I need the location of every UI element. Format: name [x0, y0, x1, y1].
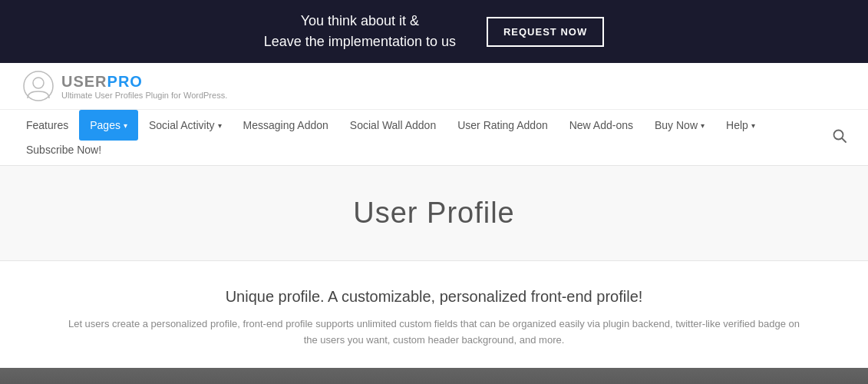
svg-line-3 — [842, 138, 846, 142]
nav-top-row: Features Pages ▾ Social Activity ▾ Messa… — [15, 110, 766, 141]
search-button[interactable] — [827, 123, 853, 152]
nav-item-pages[interactable]: Pages ▾ — [79, 110, 138, 141]
chevron-down-icon: ▾ — [751, 121, 755, 130]
content-description: Let users create a personalized profile,… — [61, 316, 807, 349]
profile-preview: admin ✔ — [0, 368, 868, 384]
nav-item-social-activity[interactable]: Social Activity ▾ — [138, 110, 233, 141]
hero-title: User Profile — [15, 197, 853, 230]
logo-tagline: Ultimate User Profiles Plugin for WordPr… — [61, 91, 227, 100]
nav-item-help[interactable]: Help ▾ — [715, 110, 766, 141]
logo-icon — [23, 71, 54, 101]
svg-point-1 — [33, 78, 44, 88]
logo-area: USERPRO Ultimate User Profiles Plugin fo… — [23, 71, 227, 101]
nav-item-features[interactable]: Features — [15, 110, 79, 141]
nav-item-social-wall-addon[interactable]: Social Wall Addon — [339, 110, 447, 141]
profile-bg — [0, 368, 868, 384]
top-banner: You think about it & Leave the implement… — [0, 0, 868, 63]
chevron-down-icon: ▾ — [218, 121, 222, 130]
nav-item-user-rating-addon[interactable]: User Rating Addon — [447, 110, 559, 141]
logo-pro-part: PRO — [107, 73, 143, 90]
main-nav: Features Pages ▾ Social Activity ▾ Messa… — [0, 110, 868, 166]
site-header: USERPRO Ultimate User Profiles Plugin fo… — [0, 63, 868, 110]
nav-item-buy-now[interactable]: Buy Now ▾ — [644, 110, 715, 141]
search-icon — [833, 129, 847, 143]
nav-item-new-addons[interactable]: New Add-ons — [559, 110, 644, 141]
hero-section: User Profile — [0, 166, 868, 261]
nav-row: Features Pages ▾ Social Activity ▾ Messa… — [15, 110, 766, 165]
logo-text-wrap: USERPRO Ultimate User Profiles Plugin fo… — [61, 73, 227, 100]
subscribe-now-link[interactable]: Subscribe Now! — [15, 141, 112, 162]
logo-user-part: USER — [61, 73, 107, 90]
chevron-down-icon: ▾ — [701, 121, 705, 130]
content-subtitle: Unique profile. A customizable, personal… — [61, 288, 807, 306]
logo-text: USERPRO — [61, 73, 227, 91]
nav-second-row: Subscribe Now! — [15, 141, 766, 165]
content-section: Unique profile. A customizable, personal… — [0, 261, 868, 368]
chevron-down-icon: ▾ — [124, 121, 127, 130]
request-now-button[interactable]: REQUEST NOW — [487, 17, 604, 47]
nav-item-messaging-addon[interactable]: Messaging Addon — [233, 110, 339, 141]
banner-text: You think about it & Leave the implement… — [264, 11, 456, 52]
